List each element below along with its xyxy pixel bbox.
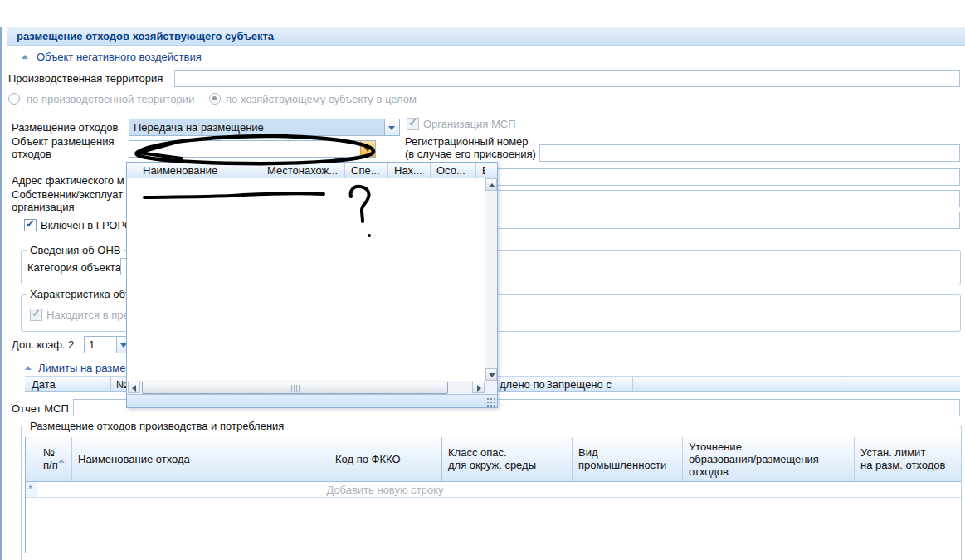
collapse-onv-icon[interactable]: [22, 55, 28, 59]
scroll-left-button[interactable]: [128, 382, 140, 393]
sort-asc-icon: [58, 459, 65, 463]
new-row-marker-cell: *: [26, 482, 37, 497]
waste-col-npp[interactable]: № п/п: [37, 437, 72, 481]
thumb-grip-icon: [291, 385, 300, 392]
waste-placement-label: Размещение отходов: [12, 121, 118, 134]
limits-col-forbidden[interactable]: Запрещено с: [546, 378, 612, 391]
production-territory-label: Производственная территория: [8, 72, 163, 85]
address-label: Адрес фактического м: [12, 174, 124, 187]
chevron-down-icon: [388, 126, 395, 130]
waste-table-legend: Размещение отходов производства и потреб…: [27, 420, 287, 432]
owner-label: Собственник/эксплуат организация: [12, 188, 132, 213]
radio-by-territory-label: по производственной территории: [27, 93, 194, 105]
dropdown-col-name[interactable]: Наименование: [127, 163, 261, 178]
dropdown-col-ba[interactable]: Ба: [476, 163, 485, 178]
placement-object-trigger[interactable]: [360, 141, 375, 157]
dropdown-header: Наименование Местонахож... Спе... Нах...…: [127, 163, 497, 178]
waste-col-marker: [26, 437, 37, 481]
limits-col-separator: [632, 377, 633, 391]
new-row-marker: *: [28, 482, 32, 495]
dop-koef-combo[interactable]: 1: [84, 336, 132, 353]
arrow-up-icon: [489, 183, 495, 187]
groro-checkbox[interactable]: ✓: [24, 219, 37, 231]
dropdown-col-spec[interactable]: Спе...: [345, 163, 388, 178]
new-row[interactable]: * Добавить новую строку: [26, 482, 961, 498]
radio-by-territory[interactable]: [8, 93, 20, 105]
arrow-down-icon: [489, 373, 495, 377]
check-icon: ✓: [26, 218, 35, 229]
dropdown-col-nah[interactable]: Нах...: [388, 163, 431, 178]
check-icon: ✓: [32, 308, 41, 319]
dop-koef-value: 1: [89, 338, 95, 351]
resize-grip-icon[interactable]: [486, 397, 495, 407]
production-territory-input[interactable]: [174, 70, 960, 87]
waste-grid-header: № п/п Наименование отхода Код по ФККО Кл…: [26, 437, 961, 482]
msp-report-label: Отчет МСП: [12, 402, 69, 415]
located-checkbox[interactable]: ✓: [30, 309, 42, 321]
collapse-limits-icon[interactable]: [25, 366, 32, 370]
hscroll-thumb[interactable]: [142, 382, 448, 394]
groro-label: Включен в ГРОРО: [41, 219, 133, 231]
section-limits-label: Лимиты на размещ: [38, 362, 134, 374]
placement-object-label: Объект размещения отходов: [12, 135, 128, 160]
limits-col-separator: [110, 377, 111, 391]
waste-placement-combo[interactable]: Передача на размещение: [129, 119, 400, 136]
reg-number-label: Регистрационный номер (в случае его прис…: [405, 135, 550, 160]
limits-col-date[interactable]: Дата: [32, 378, 56, 391]
scroll-up-button[interactable]: [485, 178, 497, 191]
arrow-left-icon: [132, 385, 136, 392]
placement-object-combo[interactable]: [129, 140, 376, 158]
limits-col-separator: [539, 377, 539, 391]
dropdown-col-location[interactable]: Местонахож...: [261, 163, 345, 178]
waste-col-clarification[interactable]: Уточнение образования/размещения отходов: [683, 437, 855, 481]
waste-col-fkko[interactable]: Код по ФККО: [329, 437, 442, 481]
waste-placement-trigger[interactable]: [384, 119, 399, 135]
msp-org-checkbox[interactable]: ✓: [407, 118, 419, 130]
dropdown-list-body[interactable]: [127, 178, 485, 381]
waste-placement-value: Передача на размещение: [134, 121, 264, 134]
page-title: размещение отходов хозяйствующего субъек…: [17, 30, 274, 42]
dropdown-vscrollbar[interactable]: [485, 178, 497, 381]
scroll-down-button[interactable]: [485, 368, 497, 381]
panel-left-border: [7, 27, 7, 560]
arrow-right-icon: [477, 385, 481, 392]
waste-col-name[interactable]: Наименование отхода: [72, 437, 329, 481]
scroll-right-button[interactable]: [472, 382, 485, 393]
msp-org-label: Организация МСП: [423, 118, 516, 130]
app-window: размещение отходов хозяйствующего субъек…: [0, 0, 965, 560]
placement-object-dropdown: Наименование Местонахож... Спе... Нах...…: [126, 162, 498, 408]
reg-number-input[interactable]: [539, 144, 960, 162]
section-onv-label: Объект негативного воздействия: [37, 51, 202, 63]
add-row-text[interactable]: Добавить новую строку: [38, 484, 732, 496]
radio-by-subject[interactable]: [209, 93, 221, 105]
characteristics-legend: Характеристика объ: [27, 288, 135, 300]
located-label: Находится в пред: [46, 309, 135, 321]
waste-col-industry[interactable]: Вид промышленности: [573, 437, 683, 481]
check-icon: ✓: [408, 117, 417, 128]
dropdown-status-bar: [127, 394, 497, 407]
object-category-label: Категория объекта: [27, 261, 121, 274]
chevron-down-icon: [364, 148, 371, 152]
radio-by-subject-label: по хозяйствующему субъекту в целом: [226, 93, 417, 105]
waste-grid: № п/п Наименование отхода Код по ФККО Кл…: [25, 437, 960, 553]
panel-title-bar: размещение отходов хозяйствующего субъек…: [7, 27, 965, 46]
left-panel-edge: [0, 27, 2, 560]
dop-koef-label: Доп. коэф. 2: [12, 338, 74, 351]
onv-info-legend: Сведения об ОНВ: [27, 244, 124, 256]
dropdown-col-oso[interactable]: Осо...: [431, 163, 476, 178]
dropdown-hscrollbar[interactable]: [127, 381, 497, 394]
waste-col-class[interactable]: Класс опас. для окруж. среды: [442, 437, 573, 481]
waste-col-limit[interactable]: Устан. лимит на разм. отходов: [855, 437, 961, 481]
